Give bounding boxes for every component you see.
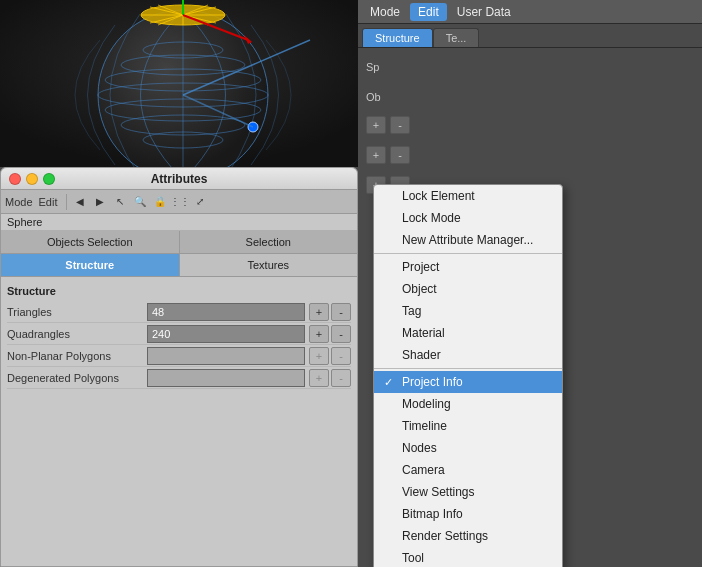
- dropdown-shader[interactable]: Shader: [374, 344, 562, 366]
- attr-toolbar: Mode Edit ◀ ▶ ↖ 🔍 🔒 ⋮⋮ ⤢: [1, 190, 357, 214]
- grid-icon[interactable]: ⋮⋮: [171, 193, 189, 211]
- dropdown-menu: Lock Element Lock Mode New Attribute Man…: [373, 184, 563, 567]
- dropdown-material[interactable]: Material: [374, 322, 562, 344]
- right-structure-tab[interactable]: Structure: [362, 28, 433, 47]
- dropdown-project-info[interactable]: ✓ Project Info: [374, 371, 562, 393]
- nonplanar-row: Non-Planar Polygons + -: [7, 345, 351, 367]
- search-icon[interactable]: 🔍: [131, 193, 149, 211]
- arrow-left-icon[interactable]: ◀: [71, 193, 89, 211]
- right-minus-1[interactable]: -: [390, 116, 410, 134]
- right-panel: Mode Edit User Data Structure Te... Sp O…: [358, 0, 702, 567]
- triangles-row: Triangles 48 + -: [7, 301, 351, 323]
- selection-tab[interactable]: Selection: [180, 231, 358, 253]
- dropdown-camera[interactable]: Camera: [374, 459, 562, 481]
- dropdown-sep-2: [374, 368, 562, 369]
- expand-icon[interactable]: ⤢: [191, 193, 209, 211]
- toolbar-separator: [66, 194, 67, 210]
- right-row-ob: Ob: [366, 86, 694, 108]
- structure-section-title: Structure: [7, 283, 351, 301]
- quadrangles-row: Quadrangles 240 + -: [7, 323, 351, 345]
- dropdown-tool[interactable]: Tool: [374, 547, 562, 567]
- quadrangles-value[interactable]: 240: [147, 325, 305, 343]
- degenerated-row: Degenerated Polygons + -: [7, 367, 351, 389]
- object-name: Sphere: [1, 214, 357, 231]
- quadrangles-plus[interactable]: +: [309, 325, 329, 343]
- dropdown-object[interactable]: Object: [374, 278, 562, 300]
- structure-tab[interactable]: Structure: [1, 254, 180, 276]
- nonplanar-plus: +: [309, 347, 329, 365]
- lock-icon[interactable]: 🔒: [151, 193, 169, 211]
- textures-tab[interactable]: Textures: [180, 254, 358, 276]
- quadrangles-minus[interactable]: -: [331, 325, 351, 343]
- mode-menu[interactable]: Mode: [362, 3, 408, 21]
- triangles-value[interactable]: 48: [147, 303, 305, 321]
- window-buttons: [9, 173, 55, 185]
- triangles-label: Triangles: [7, 306, 147, 318]
- edit-label[interactable]: Edit: [39, 196, 58, 208]
- attributes-titlebar: Attributes: [1, 168, 357, 190]
- dropdown-lock-element[interactable]: Lock Element: [374, 185, 562, 207]
- dropdown-modeling[interactable]: Modeling: [374, 393, 562, 415]
- triangles-plus[interactable]: +: [309, 303, 329, 321]
- right-texture-tab[interactable]: Te...: [433, 28, 480, 47]
- degenerated-label: Degenerated Polygons: [7, 372, 147, 384]
- nonplanar-buttons: + -: [309, 347, 351, 365]
- dropdown-nodes[interactable]: Nodes: [374, 437, 562, 459]
- arrow-right-icon[interactable]: ▶: [91, 193, 109, 211]
- edit-menu[interactable]: Edit: [410, 3, 447, 21]
- right-row-sp: Sp: [366, 56, 694, 78]
- right-plus-2[interactable]: +: [366, 146, 386, 164]
- right-tabs-row: Structure Te...: [358, 24, 702, 48]
- dropdown-timeline[interactable]: Timeline: [374, 415, 562, 437]
- dropdown-lock-mode[interactable]: Lock Mode: [374, 207, 562, 229]
- viewport: Attributes Mode Edit ◀ ▶ ↖ 🔍 🔒 ⋮⋮ ⤢ Sphe…: [0, 0, 358, 567]
- attributes-title: Attributes: [151, 172, 208, 186]
- dropdown-view-settings[interactable]: View Settings: [374, 481, 562, 503]
- move-icon[interactable]: ↖: [111, 193, 129, 211]
- tabs-row2: Structure Textures: [1, 254, 357, 277]
- degenerated-buttons: + -: [309, 369, 351, 387]
- right-buttons-1: + -: [366, 116, 694, 134]
- dropdown-new-attr-manager[interactable]: New Attribute Manager...: [374, 229, 562, 251]
- attr-content: Structure Triangles 48 + - Quadrangles 2…: [1, 277, 357, 395]
- triangles-buttons: + -: [309, 303, 351, 321]
- tabs-row1: Objects Selection Selection: [1, 231, 357, 254]
- minimize-button[interactable]: [26, 173, 38, 185]
- degenerated-value: [147, 369, 305, 387]
- maximize-button[interactable]: [43, 173, 55, 185]
- right-menubar: Mode Edit User Data: [358, 0, 702, 24]
- close-button[interactable]: [9, 173, 21, 185]
- right-plus-1[interactable]: +: [366, 116, 386, 134]
- dropdown-render-settings[interactable]: Render Settings: [374, 525, 562, 547]
- dropdown-tag[interactable]: Tag: [374, 300, 562, 322]
- right-ob-label: Ob: [366, 91, 466, 103]
- nonplanar-value: [147, 347, 305, 365]
- mode-label[interactable]: Mode: [5, 196, 33, 208]
- quadrangles-buttons: + -: [309, 325, 351, 343]
- nonplanar-label: Non-Planar Polygons: [7, 350, 147, 362]
- right-sp-label: Sp: [366, 61, 466, 73]
- quadrangles-label: Quadrangles: [7, 328, 147, 340]
- right-buttons-2: + -: [366, 146, 694, 164]
- userdata-menu[interactable]: User Data: [449, 3, 519, 21]
- 3d-scene: [0, 0, 358, 167]
- degenerated-minus: -: [331, 369, 351, 387]
- triangles-minus[interactable]: -: [331, 303, 351, 321]
- objects-selection-tab[interactable]: Objects Selection: [1, 231, 180, 253]
- nonplanar-minus: -: [331, 347, 351, 365]
- dropdown-project[interactable]: Project: [374, 256, 562, 278]
- attributes-panel: Attributes Mode Edit ◀ ▶ ↖ 🔍 🔒 ⋮⋮ ⤢ Sphe…: [0, 167, 358, 567]
- right-minus-2[interactable]: -: [390, 146, 410, 164]
- dropdown-sep-1: [374, 253, 562, 254]
- dropdown-bitmap-info[interactable]: Bitmap Info: [374, 503, 562, 525]
- degenerated-plus: +: [309, 369, 329, 387]
